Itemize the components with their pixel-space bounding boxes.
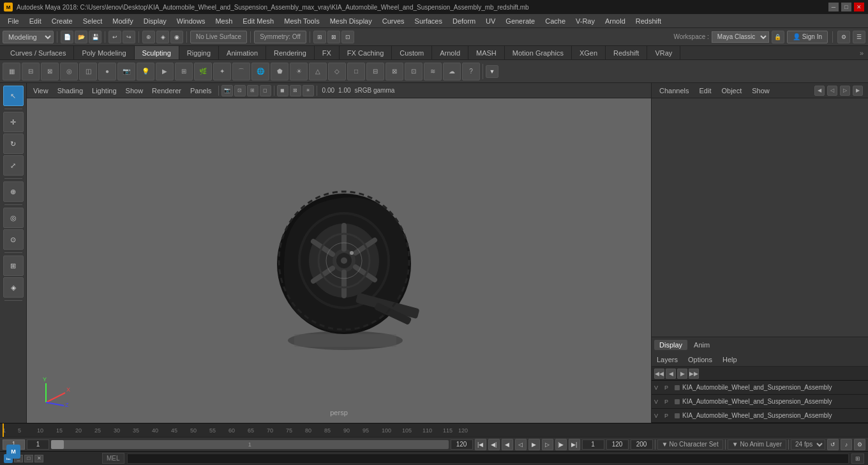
tab-fx-caching[interactable]: FX Caching bbox=[340, 46, 392, 59]
shelf-icon-2[interactable]: ⊟ bbox=[22, 63, 40, 80]
tab-xgen[interactable]: XGen bbox=[572, 46, 606, 59]
viewport-3d[interactable]: X Y Z persp bbox=[27, 98, 651, 423]
layers-arrow-1[interactable]: ◀◀ bbox=[654, 369, 664, 379]
shelf-icon-22[interactable]: ⊡ bbox=[405, 63, 423, 80]
extra-btn-1[interactable]: ☰ bbox=[853, 31, 865, 43]
range-end-input-1[interactable] bbox=[451, 439, 473, 450]
shelf-icon-24[interactable]: ☁ bbox=[443, 63, 461, 80]
live-surface-button[interactable]: No Live Surface bbox=[190, 31, 247, 43]
vp-light-btn[interactable]: ☀ bbox=[303, 85, 314, 96]
options-btn[interactable]: Options bbox=[685, 356, 715, 363]
anim-layer-button[interactable]: ▼ No Anim Layer bbox=[728, 439, 786, 450]
shelf-icon-9[interactable]: ▶ bbox=[156, 63, 174, 80]
vp-menu-lighting[interactable]: Lighting bbox=[88, 87, 121, 95]
layer-row-3[interactable]: V P KIA_Automobile_Wheel_and_Suspension_… bbox=[652, 409, 868, 423]
show-hide-btn[interactable]: ◈ bbox=[3, 277, 24, 298]
menu-mesh-display[interactable]: Mesh Display bbox=[325, 16, 377, 26]
small-win-btn-3[interactable]: ✕ bbox=[34, 455, 43, 462]
shelf-icon-12[interactable]: ✦ bbox=[213, 63, 231, 80]
vp-texture-btn[interactable]: ⊠ bbox=[290, 85, 301, 96]
vp-shading-btn[interactable]: ◼ bbox=[277, 85, 288, 96]
show-btn[interactable]: Show bbox=[749, 86, 772, 96]
tab-custom[interactable]: Custom bbox=[392, 46, 432, 59]
select-tool-btn[interactable]: ↖ bbox=[3, 86, 24, 106]
menu-select[interactable]: Select bbox=[78, 16, 108, 26]
audio-btn[interactable]: ♪ bbox=[841, 439, 852, 450]
anim-start-input[interactable] bbox=[582, 439, 604, 450]
menu-surfaces[interactable]: Surfaces bbox=[410, 16, 447, 26]
shelf-icon-10[interactable]: ⊞ bbox=[175, 63, 193, 80]
shelf-icon-23[interactable]: ≋ bbox=[424, 63, 442, 80]
go-start-btn[interactable]: |◀ bbox=[475, 439, 486, 450]
lasso-btn[interactable]: ◉ bbox=[170, 31, 183, 43]
menu-redshift[interactable]: Redshift bbox=[631, 16, 666, 26]
shelf-icon-14[interactable]: 🌐 bbox=[251, 63, 269, 80]
rp-icon-4[interactable]: ▶ bbox=[853, 86, 863, 96]
rp-icon-3[interactable]: ▷ bbox=[840, 86, 850, 96]
save-scene-btn[interactable]: 💾 bbox=[89, 31, 101, 43]
shelf-icon-15[interactable]: ⬟ bbox=[271, 63, 288, 80]
play-back-btn[interactable]: ◁ bbox=[515, 439, 527, 450]
snap-curve-btn[interactable]: ⊠ bbox=[327, 31, 340, 43]
go-end-btn[interactable]: ▶| bbox=[569, 439, 580, 450]
snap-point-btn[interactable]: ⊡ bbox=[341, 31, 354, 43]
prev-frame-btn[interactable]: ◀ bbox=[502, 439, 513, 450]
menu-uv[interactable]: UV bbox=[481, 16, 500, 26]
undo-btn[interactable]: ↩ bbox=[108, 31, 121, 43]
small-win-btn-2[interactable]: □ bbox=[24, 455, 33, 462]
scale-tool-btn[interactable]: ⤢ bbox=[3, 155, 24, 176]
shelf-icon-6[interactable]: ● bbox=[98, 63, 116, 80]
object-btn[interactable]: Object bbox=[719, 86, 744, 96]
shelf-icon-18[interactable]: ◇ bbox=[328, 63, 346, 80]
tab-animation[interactable]: Animation bbox=[219, 46, 266, 59]
maximize-button[interactable]: □ bbox=[841, 3, 851, 11]
sign-in-button[interactable]: 👤 Sign In bbox=[787, 31, 828, 43]
tab-vray[interactable]: VRay bbox=[647, 46, 680, 59]
shelf-icon-13[interactable]: ⌒ bbox=[232, 63, 250, 80]
anim-tab[interactable]: Anim bbox=[689, 340, 715, 350]
rp-icon-2[interactable]: ◁ bbox=[827, 86, 837, 96]
menu-generate[interactable]: Generate bbox=[500, 16, 540, 26]
select-btn[interactable]: ◈ bbox=[156, 31, 169, 43]
layers-arrow-4[interactable]: ▶▶ bbox=[689, 369, 699, 379]
help-layers-btn[interactable]: Help bbox=[720, 356, 740, 363]
tab-sculpting[interactable]: Sculpting bbox=[135, 46, 179, 59]
tab-poly-modeling[interactable]: Poly Modeling bbox=[74, 46, 134, 59]
menu-vray[interactable]: V-Ray bbox=[571, 16, 600, 26]
tab-expand-btn[interactable]: » bbox=[855, 46, 868, 59]
minimize-button[interactable]: ─ bbox=[828, 3, 839, 11]
prev-key-btn[interactable]: ◀| bbox=[488, 439, 500, 450]
shelf-icon-1[interactable]: ▦ bbox=[3, 63, 20, 80]
range-start-input[interactable] bbox=[27, 439, 49, 450]
shelf-icon-19[interactable]: □ bbox=[347, 63, 365, 80]
mel-end-button[interactable]: ⊞ bbox=[851, 454, 864, 464]
menu-mesh[interactable]: Mesh bbox=[210, 16, 237, 26]
play-fwd-btn[interactable]: ▶ bbox=[528, 439, 540, 450]
layer-row-2[interactable]: V P KIA_Automobile_Wheel_and_Suspension_… bbox=[652, 395, 868, 409]
tab-curves-surfaces[interactable]: Curves / Surfaces bbox=[3, 46, 74, 59]
menu-create[interactable]: Create bbox=[47, 16, 78, 26]
timeline-container[interactable]: 1 5 10 15 20 25 30 35 40 45 50 55 60 65 … bbox=[0, 423, 868, 437]
rp-icon-1[interactable]: ◀ bbox=[814, 86, 825, 96]
vp-menu-panels[interactable]: Panels bbox=[186, 87, 216, 95]
tab-fx[interactable]: FX bbox=[315, 46, 340, 59]
playback-settings-btn[interactable]: ⚙ bbox=[854, 439, 865, 450]
edit-btn[interactable]: Edit bbox=[696, 86, 714, 96]
menu-file[interactable]: File bbox=[3, 16, 24, 26]
layers-arrow-3[interactable]: ▶ bbox=[677, 369, 687, 379]
fps-selector[interactable]: 24 fps 30 fps bbox=[791, 439, 825, 450]
range-end-input-2[interactable] bbox=[606, 439, 629, 450]
playhead[interactable] bbox=[3, 423, 4, 437]
loop-btn[interactable]: ↺ bbox=[827, 439, 839, 450]
vp-grid-btn[interactable]: ⊞ bbox=[247, 85, 258, 96]
channels-btn[interactable]: Channels bbox=[657, 86, 691, 96]
menu-cache[interactable]: Cache bbox=[540, 16, 571, 26]
menu-mesh-tools[interactable]: Mesh Tools bbox=[279, 16, 324, 26]
menu-curves[interactable]: Curves bbox=[377, 16, 410, 26]
redo-btn[interactable]: ↪ bbox=[123, 31, 135, 43]
symmetry-button[interactable]: Symmetry: Off bbox=[254, 31, 306, 43]
lasso-tool-btn[interactable]: ⊙ bbox=[3, 229, 24, 250]
vp-menu-shading[interactable]: Shading bbox=[54, 87, 87, 95]
anim-slider[interactable]: 1 bbox=[51, 440, 449, 449]
shelf-icon-5[interactable]: ◫ bbox=[79, 63, 97, 80]
